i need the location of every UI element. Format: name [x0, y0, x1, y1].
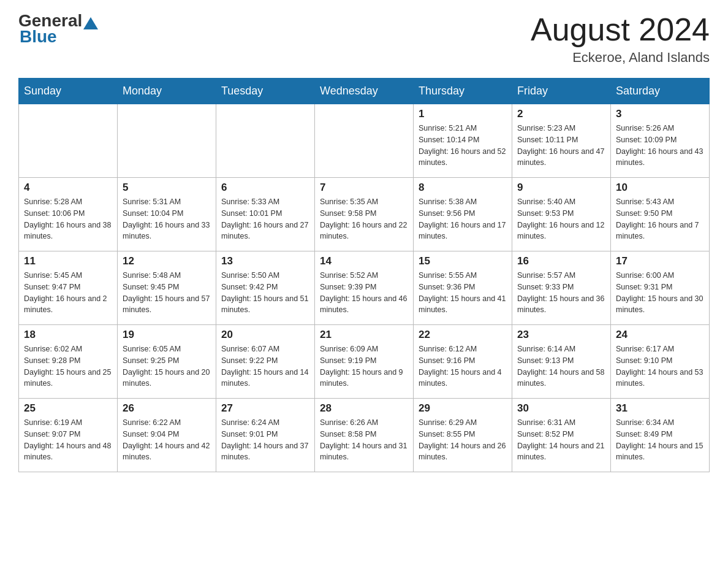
calendar-day-cell: 27Sunrise: 6:24 AMSunset: 9:01 PMDayligh…: [216, 399, 315, 472]
calendar-day-cell: 24Sunrise: 6:17 AMSunset: 9:10 PMDayligh…: [611, 325, 710, 399]
day-info: Sunrise: 5:23 AMSunset: 10:11 PMDaylight…: [517, 123, 605, 169]
day-info: Sunrise: 5:38 AMSunset: 9:56 PMDaylight:…: [419, 196, 507, 242]
day-info: Sunrise: 6:31 AMSunset: 8:52 PMDaylight:…: [517, 417, 605, 463]
day-info: Sunrise: 5:26 AMSunset: 10:09 PMDaylight…: [616, 123, 704, 169]
day-number: 8: [419, 182, 507, 194]
day-info: Sunrise: 6:02 AMSunset: 9:28 PMDaylight:…: [24, 343, 112, 389]
day-number: 14: [320, 255, 408, 267]
day-of-week-header: Tuesday: [216, 79, 315, 104]
logo-blue: Blue: [18, 27, 57, 47]
title-section: August 2024 Eckeroe, Aland Islands: [531, 12, 710, 66]
day-number: 1: [419, 108, 507, 120]
day-number: 12: [123, 255, 211, 267]
day-number: 30: [517, 402, 605, 415]
day-number: 27: [221, 402, 309, 415]
day-info: Sunrise: 6:29 AMSunset: 8:55 PMDaylight:…: [419, 417, 507, 463]
day-of-week-header: Wednesday: [315, 79, 414, 104]
calendar-day-cell: 13Sunrise: 5:50 AMSunset: 9:42 PMDayligh…: [216, 251, 315, 325]
calendar-day-cell: 9Sunrise: 5:40 AMSunset: 9:53 PMDaylight…: [512, 178, 611, 251]
calendar-day-cell: 26Sunrise: 6:22 AMSunset: 9:04 PMDayligh…: [118, 399, 216, 472]
day-of-week-header: Saturday: [611, 79, 710, 104]
calendar-day-cell: [216, 104, 315, 178]
day-of-week-header: Monday: [118, 79, 216, 104]
day-number: 24: [616, 329, 704, 341]
day-number: 23: [517, 329, 605, 341]
calendar-day-cell: 15Sunrise: 5:55 AMSunset: 9:36 PMDayligh…: [414, 251, 512, 325]
day-info: Sunrise: 5:45 AMSunset: 9:47 PMDaylight:…: [24, 270, 112, 316]
day-info: Sunrise: 6:24 AMSunset: 9:01 PMDaylight:…: [221, 417, 309, 463]
day-of-week-header: Friday: [512, 79, 611, 104]
day-number: 4: [24, 182, 112, 194]
day-info: Sunrise: 5:55 AMSunset: 9:36 PMDaylight:…: [419, 270, 507, 316]
calendar-day-cell: 29Sunrise: 6:29 AMSunset: 8:55 PMDayligh…: [414, 399, 512, 472]
calendar-day-cell: 22Sunrise: 6:12 AMSunset: 9:16 PMDayligh…: [414, 325, 512, 399]
day-info: Sunrise: 5:57 AMSunset: 9:33 PMDaylight:…: [517, 270, 605, 316]
calendar-day-cell: [19, 104, 118, 178]
calendar-day-cell: 10Sunrise: 5:43 AMSunset: 9:50 PMDayligh…: [611, 178, 710, 251]
day-number: 10: [616, 182, 704, 194]
day-number: 18: [24, 329, 112, 341]
page-header: General Blue August 2024 Eckeroe, Aland …: [18, 12, 710, 66]
day-info: Sunrise: 5:40 AMSunset: 9:53 PMDaylight:…: [517, 196, 605, 242]
calendar-day-cell: 6Sunrise: 5:33 AMSunset: 10:01 PMDayligh…: [216, 178, 315, 251]
day-number: 26: [123, 402, 211, 415]
calendar-day-cell: 30Sunrise: 6:31 AMSunset: 8:52 PMDayligh…: [512, 399, 611, 472]
main-title: August 2024: [531, 12, 710, 47]
day-number: 16: [517, 255, 605, 267]
calendar-day-cell: 18Sunrise: 6:02 AMSunset: 9:28 PMDayligh…: [19, 325, 118, 399]
calendar-day-cell: 12Sunrise: 5:48 AMSunset: 9:45 PMDayligh…: [118, 251, 216, 325]
day-info: Sunrise: 5:31 AMSunset: 10:04 PMDaylight…: [123, 196, 211, 242]
calendar-day-cell: 17Sunrise: 6:00 AMSunset: 9:31 PMDayligh…: [611, 251, 710, 325]
day-number: 17: [616, 255, 704, 267]
day-number: 31: [616, 402, 704, 415]
calendar-day-cell: 16Sunrise: 5:57 AMSunset: 9:33 PMDayligh…: [512, 251, 611, 325]
logo: General Blue: [18, 12, 99, 47]
calendar-week-row: 11Sunrise: 5:45 AMSunset: 9:47 PMDayligh…: [19, 251, 710, 325]
day-number: 25: [24, 402, 112, 415]
calendar-table: SundayMondayTuesdayWednesdayThursdayFrid…: [18, 78, 710, 472]
day-info: Sunrise: 5:48 AMSunset: 9:45 PMDaylight:…: [123, 270, 211, 316]
day-number: 11: [24, 255, 112, 267]
day-info: Sunrise: 5:50 AMSunset: 9:42 PMDaylight:…: [221, 270, 309, 316]
day-info: Sunrise: 6:34 AMSunset: 8:49 PMDaylight:…: [616, 417, 704, 463]
calendar-day-cell: 21Sunrise: 6:09 AMSunset: 9:19 PMDayligh…: [315, 325, 414, 399]
day-info: Sunrise: 5:35 AMSunset: 9:58 PMDaylight:…: [320, 196, 408, 242]
day-info: Sunrise: 6:12 AMSunset: 9:16 PMDaylight:…: [419, 343, 507, 389]
day-number: 19: [123, 329, 211, 341]
day-number: 21: [320, 329, 408, 341]
day-info: Sunrise: 5:33 AMSunset: 10:01 PMDaylight…: [221, 196, 309, 242]
day-info: Sunrise: 6:17 AMSunset: 9:10 PMDaylight:…: [616, 343, 704, 389]
day-info: Sunrise: 6:00 AMSunset: 9:31 PMDaylight:…: [616, 270, 704, 316]
day-number: 13: [221, 255, 309, 267]
calendar-day-cell: 11Sunrise: 5:45 AMSunset: 9:47 PMDayligh…: [19, 251, 118, 325]
calendar-day-cell: 31Sunrise: 6:34 AMSunset: 8:49 PMDayligh…: [611, 399, 710, 472]
calendar-week-row: 25Sunrise: 6:19 AMSunset: 9:07 PMDayligh…: [19, 399, 710, 472]
calendar-day-cell: 19Sunrise: 6:05 AMSunset: 9:25 PMDayligh…: [118, 325, 216, 399]
calendar-day-cell: 25Sunrise: 6:19 AMSunset: 9:07 PMDayligh…: [19, 399, 118, 472]
calendar-day-cell: [315, 104, 414, 178]
day-number: 15: [419, 255, 507, 267]
calendar-week-row: 18Sunrise: 6:02 AMSunset: 9:28 PMDayligh…: [19, 325, 710, 399]
calendar-day-cell: 4Sunrise: 5:28 AMSunset: 10:06 PMDayligh…: [19, 178, 118, 251]
logo-triangle-icon: [83, 17, 98, 29]
day-number: 2: [517, 108, 605, 120]
day-info: Sunrise: 6:19 AMSunset: 9:07 PMDaylight:…: [24, 417, 112, 463]
day-info: Sunrise: 6:14 AMSunset: 9:13 PMDaylight:…: [517, 343, 605, 389]
calendar-day-cell: 5Sunrise: 5:31 AMSunset: 10:04 PMDayligh…: [118, 178, 216, 251]
day-number: 3: [616, 108, 704, 120]
calendar-day-cell: 14Sunrise: 5:52 AMSunset: 9:39 PMDayligh…: [315, 251, 414, 325]
day-info: Sunrise: 6:05 AMSunset: 9:25 PMDaylight:…: [123, 343, 211, 389]
calendar-header-row: SundayMondayTuesdayWednesdayThursdayFrid…: [19, 79, 710, 104]
day-number: 22: [419, 329, 507, 341]
calendar-week-row: 4Sunrise: 5:28 AMSunset: 10:06 PMDayligh…: [19, 178, 710, 251]
calendar-day-cell: 1Sunrise: 5:21 AMSunset: 10:14 PMDayligh…: [414, 104, 512, 178]
calendar-day-cell: [118, 104, 216, 178]
day-info: Sunrise: 5:43 AMSunset: 9:50 PMDaylight:…: [616, 196, 704, 242]
day-number: 20: [221, 329, 309, 341]
calendar-week-row: 1Sunrise: 5:21 AMSunset: 10:14 PMDayligh…: [19, 104, 710, 178]
day-number: 9: [517, 182, 605, 194]
calendar-day-cell: 8Sunrise: 5:38 AMSunset: 9:56 PMDaylight…: [414, 178, 512, 251]
day-number: 29: [419, 402, 507, 415]
day-info: Sunrise: 5:21 AMSunset: 10:14 PMDaylight…: [419, 123, 507, 169]
day-info: Sunrise: 5:28 AMSunset: 10:06 PMDaylight…: [24, 196, 112, 242]
